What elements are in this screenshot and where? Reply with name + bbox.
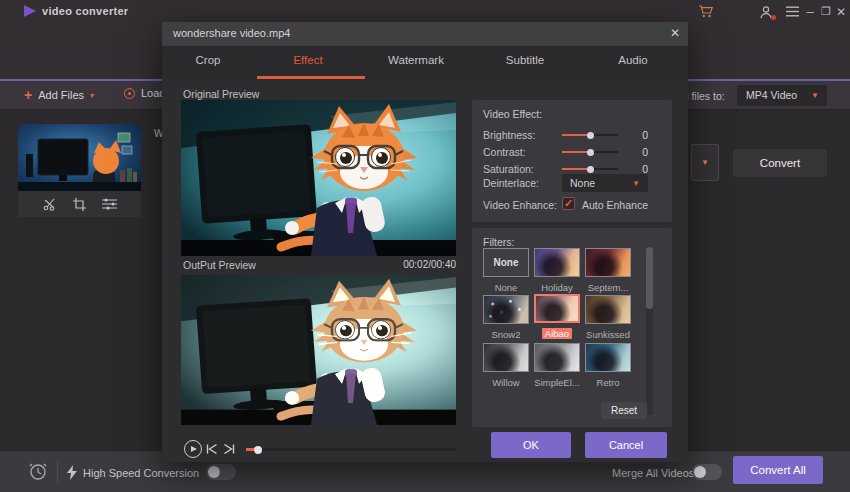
preview-scene-filtered [181,275,456,425]
original-preview-label: Original Preview [183,88,259,100]
filter-option-holiday[interactable]: Holiday [533,248,581,295]
effect-dialog: wondershare video.mp4 ✕ Crop Effect Wate… [162,22,688,462]
chevron-down-icon: ▼ [811,91,819,100]
deinterlace-value: None [570,177,595,189]
saturation-label: Saturation: [483,163,534,175]
slider-handle[interactable] [587,149,594,156]
output-format-value: MP4 Video [746,89,797,101]
tab-crop[interactable]: Crop [178,54,238,66]
app-logo-play-icon [24,5,36,17]
convert-button[interactable]: Convert [733,149,827,177]
play-button[interactable] [184,440,202,458]
auto-enhance-checkbox[interactable]: ✓ [562,197,575,210]
output-preview-video[interactable] [181,275,456,425]
maximize-icon[interactable]: ❐ [818,4,834,19]
brightness-slider[interactable] [562,134,618,136]
minimize-icon[interactable]: – [802,4,818,19]
chevron-down-icon: ▼ [632,179,640,188]
skip-previous-button[interactable] [206,443,218,455]
original-preview-video[interactable] [181,100,456,256]
dialog-title: wondershare video.mp4 [173,27,290,39]
filter-thumb[interactable] [534,248,580,277]
time-display: 00:02/00:40 [362,259,456,270]
output-format-dropdown[interactable]: MP4 Video ▼ [737,85,827,106]
seek-handle[interactable] [254,446,262,454]
high-speed-conversion-toggle[interactable] [206,464,236,480]
filter-thumb[interactable] [534,294,580,323]
tab-watermark[interactable]: Watermark [381,54,451,66]
window-close-icon[interactable]: ✕ [833,4,849,19]
dialog-close-icon[interactable]: ✕ [670,26,680,40]
video-thumbnail [18,124,141,191]
active-tab-underline [257,76,365,79]
cart-icon-svg [698,4,714,19]
effect-sliders-icon[interactable] [102,198,117,210]
filter-option-snow2[interactable]: Snow2 [482,295,530,342]
tab-subtitle[interactable]: Subtitle [495,54,555,66]
menu-icon[interactable] [784,4,800,19]
schedule-clock-icon[interactable] [28,461,48,481]
menu-icon-svg [786,6,799,17]
filter-option-aibao-selected[interactable]: Aibao [533,294,581,341]
ok-button[interactable]: OK [491,432,571,458]
contrast-label: Contrast: [483,146,526,158]
filters-scrollbar[interactable] [646,247,653,415]
filter-option-retro[interactable]: Retro [584,343,632,390]
auto-enhance-option-label: Auto Enhance [582,199,648,211]
seek-slider[interactable] [246,448,456,451]
account-icon[interactable] [758,4,774,19]
deinterlace-dropdown[interactable]: None ▼ [562,174,648,192]
saturation-slider[interactable] [562,168,618,170]
scrollbar-thumb[interactable] [646,247,653,309]
contrast-slider[interactable] [562,151,618,153]
filter-option-simpleel[interactable]: SimpleEl... [533,343,581,390]
filter-thumb[interactable]: None [483,248,529,277]
filter-thumb[interactable] [585,248,631,277]
cart-icon[interactable] [698,4,714,19]
filter-thumb[interactable] [534,343,580,372]
thumbnail-toolbar [18,191,141,217]
lightning-icon [67,465,77,480]
load-disc-icon [124,88,135,99]
toggle-knob [208,466,220,478]
filter-thumb[interactable] [585,295,631,324]
tab-audio[interactable]: Audio [608,54,658,66]
video-effect-title: Video Effect: [483,108,542,120]
play-icon [191,446,197,452]
skip-next-button[interactable] [223,443,235,455]
contrast-value: 0 [630,146,648,158]
thumbnail-scene [18,124,141,191]
filter-thumb[interactable] [483,295,529,324]
filter-option-septem[interactable]: Septem... [584,248,632,295]
high-speed-conversion-label: High Speed Conversion [83,467,199,479]
filter-thumb[interactable] [483,343,529,372]
load-button[interactable]: Load [124,87,165,99]
filters-title: Filters: [483,236,515,248]
cancel-button[interactable]: Cancel [585,432,667,458]
brightness-label: Brightness: [483,129,536,141]
plus-icon: + [24,87,32,103]
slider-handle[interactable] [587,132,594,139]
output-preview-label: OutPut Preview [183,259,256,271]
deinterlace-label: Deinterlace: [483,177,539,189]
reset-button[interactable]: Reset [601,402,647,419]
chevron-down-icon[interactable]: ▾ [90,91,94,100]
tab-effect[interactable]: Effect [278,54,338,66]
notification-badge [771,15,776,20]
filters-panel: Filters: None None Holiday Septem... Sno… [472,228,672,427]
filter-thumb[interactable] [585,343,631,372]
crop-icon[interactable] [73,198,86,211]
chevron-down-icon: ▼ [701,158,709,167]
merge-all-videos-toggle[interactable] [692,464,722,480]
trim-scissors-icon[interactable] [43,198,57,211]
filter-option-none[interactable]: None None [482,248,530,295]
item-format-dropdown[interactable]: ▼ [691,144,719,181]
add-files-button[interactable]: + Add Files ▾ [24,87,94,103]
video-item-card[interactable] [18,124,141,217]
convert-all-button[interactable]: Convert All [733,456,823,484]
video-effect-panel: Video Effect: Brightness: 0 Contrast: 0 … [472,100,672,222]
filter-option-willow[interactable]: Willow [482,343,530,390]
dialog-titlebar: wondershare video.mp4 ✕ [162,22,688,46]
filter-option-sunkissed[interactable]: Sunkissed [584,295,632,342]
slider-handle[interactable] [587,166,594,173]
